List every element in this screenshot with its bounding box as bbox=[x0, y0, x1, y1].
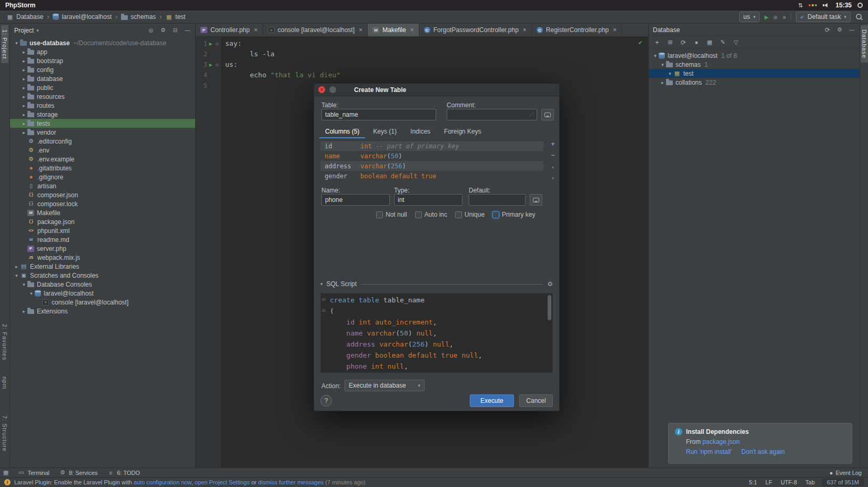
tree-item[interactable]: {}composer.json bbox=[10, 190, 195, 199]
tree-expanded-icon[interactable]: ▾ bbox=[13, 40, 20, 46]
tree-collapsed-icon[interactable]: ▸ bbox=[659, 80, 666, 85]
tree-collapsed-icon[interactable]: ▸ bbox=[21, 103, 27, 108]
settings-button[interactable]: ⚙ bbox=[159, 27, 167, 34]
debug-icon[interactable]: ◉ bbox=[773, 14, 778, 20]
filter-button[interactable]: ▽ bbox=[732, 39, 740, 46]
tree-expanded-icon[interactable]: ▾ bbox=[659, 62, 666, 67]
tree-collapsed-icon[interactable]: ▸ bbox=[21, 67, 27, 73]
tree-item[interactable]: ▾▣Scratches and Consoles bbox=[10, 271, 195, 280]
scrollbar-thumb[interactable] bbox=[548, 295, 551, 320]
editor-tab[interactable]: >console [laravel@localhost]× bbox=[263, 24, 368, 36]
checkbox-item[interactable]: Primary key bbox=[492, 211, 535, 218]
tree-item[interactable]: ▸vendor bbox=[10, 128, 195, 137]
settings-button[interactable]: ⚙ bbox=[836, 26, 843, 33]
tree-collapsed-icon[interactable]: ▸ bbox=[21, 94, 27, 99]
install-dependencies-notification[interactable]: i Install Dependencies From package.json… bbox=[668, 423, 852, 464]
close-icon[interactable]: × bbox=[523, 26, 527, 34]
table-name-input[interactable] bbox=[321, 109, 436, 120]
tree-item[interactable]: ▸▤External Libraries bbox=[10, 262, 195, 271]
tree-item[interactable]: Pserver.php bbox=[10, 244, 195, 253]
tree-item[interactable]: {}composer.lock bbox=[10, 199, 195, 208]
checkbox-item[interactable]: Unique bbox=[455, 211, 485, 218]
tree-item[interactable]: Mreadme.md bbox=[10, 235, 195, 244]
tree-item[interactable]: ◆.gitattributes bbox=[10, 164, 195, 173]
refresh-button[interactable]: ⟳ bbox=[824, 26, 831, 33]
checkbox-item[interactable]: Not null bbox=[376, 211, 407, 218]
tree-collapsed-icon[interactable]: ▸ bbox=[13, 264, 20, 269]
messages-indicator-icon[interactable] bbox=[809, 4, 817, 6]
tree-item[interactable]: ⚙.env bbox=[10, 146, 195, 155]
toolwindow-switcher-icon[interactable]: ▦ bbox=[3, 469, 8, 476]
minimize-button[interactable] bbox=[329, 86, 336, 93]
tree-item[interactable]: >console [laravel@localhost] bbox=[10, 298, 195, 307]
tool-stripe-button[interactable]: 1: Project bbox=[1, 25, 8, 63]
column-type-input[interactable] bbox=[394, 194, 462, 206]
tree-item[interactable]: ▾use-database~/Documents/code/use-databa… bbox=[10, 38, 195, 47]
status-cell[interactable]: 5:1 bbox=[745, 479, 761, 485]
cancel-button[interactable]: Cancel bbox=[519, 394, 553, 407]
fold-icon[interactable]: ⊟ bbox=[322, 297, 326, 302]
dont-ask-link[interactable]: Don't ask again bbox=[741, 448, 784, 455]
tree-item[interactable]: ▸public bbox=[10, 83, 195, 92]
remove-column-button[interactable]: − bbox=[549, 151, 557, 159]
tree-item[interactable]: ▸routes bbox=[10, 101, 195, 110]
tool-stripe-button[interactable]: 2: Favorites bbox=[1, 320, 8, 364]
tree-item[interactable]: JSwebpack.mix.js bbox=[10, 253, 195, 262]
tree-expanded-icon[interactable]: ▾ bbox=[652, 53, 659, 58]
network-indicator-icon[interactable]: ⇅ bbox=[798, 2, 803, 9]
toolwindow-button[interactable]: ≡6: TODO bbox=[102, 468, 145, 477]
status-cell[interactable]: LF bbox=[761, 479, 776, 485]
tree-item[interactable]: ▸resources bbox=[10, 92, 195, 101]
tree-expanded-icon[interactable]: ▾ bbox=[21, 282, 27, 287]
tree-item[interactable]: ◆.gitignore bbox=[10, 173, 195, 181]
tree-item[interactable]: ⚙.editorconfig bbox=[10, 137, 195, 146]
edit-button[interactable]: ✎ bbox=[719, 39, 726, 46]
hide-button[interactable]: — bbox=[848, 26, 855, 33]
tree-item[interactable]: MMakefile bbox=[10, 208, 195, 217]
tree-item[interactable]: <>phpunit.xml bbox=[10, 226, 195, 235]
execute-button[interactable]: Execute bbox=[470, 394, 514, 407]
editor-tab[interactable]: PController.php× bbox=[196, 24, 263, 36]
tree-item[interactable]: ▸tests bbox=[10, 119, 195, 128]
expand-icon[interactable]: ⋰ bbox=[529, 111, 534, 117]
gear-icon[interactable]: ⚙ bbox=[547, 280, 553, 288]
tree-collapsed-icon[interactable]: ▸ bbox=[21, 130, 27, 135]
close-icon[interactable]: × bbox=[254, 26, 258, 34]
tree-collapsed-icon[interactable]: ▸ bbox=[21, 309, 27, 314]
tree-expanded-icon[interactable]: ▾ bbox=[667, 71, 673, 76]
tree-collapsed-icon[interactable]: ▸ bbox=[21, 85, 27, 90]
tree-item[interactable]: ▾laravel@localhost bbox=[10, 289, 195, 298]
tree-item[interactable]: ▾Database Consoles bbox=[10, 280, 195, 289]
fold-icon[interactable]: ⊟ bbox=[214, 63, 220, 67]
tree-item[interactable]: ▸config bbox=[10, 65, 195, 74]
tree-item[interactable]: ▸database bbox=[10, 74, 195, 83]
breadcrumb-item[interactable]: laravel@localhost bbox=[52, 13, 113, 21]
column-row[interactable]: idint -- part of primary key bbox=[320, 141, 543, 151]
tree-item[interactable]: ▾▦test bbox=[649, 69, 860, 78]
hide-button[interactable]: — bbox=[184, 27, 191, 34]
sql-script-editor[interactable]: ⊟ ⊟ create table table_name( id int auto… bbox=[320, 293, 553, 373]
status-cell[interactable]: Tab bbox=[801, 479, 819, 485]
status-cell[interactable]: UTF-8 bbox=[776, 479, 801, 485]
close-icon[interactable]: × bbox=[359, 26, 362, 34]
toolwindow-button[interactable]: ⚙8: Services bbox=[54, 468, 102, 477]
run-icon[interactable]: ▶ bbox=[207, 42, 214, 46]
column-default-input[interactable] bbox=[469, 194, 526, 206]
locate-button[interactable]: ◎ bbox=[147, 27, 155, 34]
tree-expanded-icon[interactable]: ▾ bbox=[13, 273, 20, 278]
tree-item[interactable]: ▸collations222 bbox=[649, 78, 860, 87]
tree-item[interactable]: ▾laravel@localhost1 of 8 bbox=[649, 51, 860, 60]
tool-stripe-button[interactable]: npm bbox=[1, 372, 8, 393]
run-button[interactable]: ▶ bbox=[764, 14, 769, 20]
keyboard-layout-combo[interactable]: us ▾ bbox=[739, 12, 760, 22]
copy-button[interactable]: ⊞ bbox=[667, 39, 674, 46]
tree-collapsed-icon[interactable]: ▸ bbox=[21, 49, 27, 55]
run-config-combo[interactable]: ✔ Default task ▾ bbox=[796, 12, 851, 22]
breadcrumb-item[interactable]: schemas bbox=[120, 13, 157, 21]
editor-tab[interactable]: CForgotPasswordController.php× bbox=[419, 24, 532, 36]
clock[interactable]: 15:35 bbox=[835, 2, 852, 9]
tree-collapsed-icon[interactable]: ▸ bbox=[21, 76, 27, 82]
memory-indicator[interactable]: 637 of 951M bbox=[822, 479, 864, 486]
fold-icon[interactable]: ⊟ bbox=[214, 42, 220, 46]
breadcrumb-item[interactable]: ▦test bbox=[164, 13, 186, 21]
